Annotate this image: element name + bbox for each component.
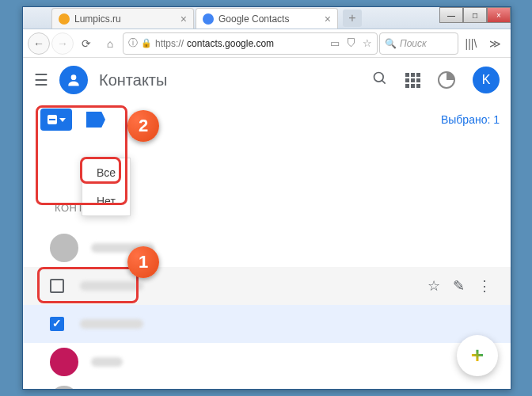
maximize-button[interactable]: □	[463, 7, 487, 23]
lock-icon: 🔒	[141, 38, 152, 48]
add-contact-fab[interactable]: +	[457, 335, 498, 376]
tab-icon	[203, 13, 214, 25]
edit-icon[interactable]: ✎	[453, 277, 465, 295]
contact-row[interactable]: ☆ ✎ ⋮	[23, 267, 511, 305]
contact-name	[80, 319, 143, 329]
app-header: ☰ Контакты K	[23, 58, 511, 102]
contact-avatar	[50, 234, 78, 262]
reload-button[interactable]: ⟳	[75, 32, 97, 55]
account-avatar[interactable]: K	[473, 67, 500, 93]
svg-point-0	[71, 74, 77, 80]
notifications-button[interactable]	[438, 71, 455, 89]
contacts-logo	[59, 66, 88, 94]
header-actions: K	[372, 67, 500, 93]
url-scheme: https://	[155, 38, 184, 49]
svg-line-2	[382, 80, 386, 83]
select-all-button[interactable]	[40, 109, 72, 131]
search-placeholder: Поиск	[400, 38, 427, 49]
close-icon[interactable]: ×	[180, 13, 187, 25]
more-icon[interactable]: ⋮	[477, 277, 492, 295]
label-button[interactable]	[86, 112, 105, 128]
tab-title: Google Contacts	[218, 13, 289, 25]
minimize-button[interactable]: —	[439, 7, 463, 23]
overflow-button[interactable]: ≫	[484, 32, 506, 55]
plus-icon: +	[471, 343, 484, 368]
back-button[interactable]: ←	[28, 32, 50, 55]
chevron-down-icon	[59, 118, 66, 122]
select-dropdown: Все Нет	[82, 158, 131, 216]
tab-icon	[59, 13, 70, 25]
contact-checkbox[interactable]	[50, 279, 64, 293]
tab-title: Lumpics.ru	[74, 13, 121, 25]
tab-google-contacts[interactable]: Google Contacts ×	[196, 8, 338, 29]
navbar: ← → ⟳ ⌂ ⓘ 🔒 https://contacts.google.com …	[23, 29, 511, 58]
contact-row[interactable]	[23, 343, 511, 381]
titlebar: Lumpics.ru × Google Contacts × + — □ ×	[23, 7, 511, 29]
info-icon[interactable]: ⓘ	[128, 36, 138, 50]
back-icon: ←	[33, 37, 44, 50]
url-bar[interactable]: ⓘ 🔒 https://contacts.google.com ▭ ⛉ ☆	[123, 32, 378, 55]
contact-row[interactable]	[23, 381, 511, 389]
selection-toolbar: Выбрано: 1	[23, 102, 511, 137]
search-button[interactable]	[372, 70, 388, 90]
window-controls: — □ ×	[439, 7, 511, 23]
dropdown-item-none[interactable]: Нет	[82, 187, 130, 215]
contact-avatar	[50, 386, 78, 389]
contact-checkbox[interactable]	[50, 317, 64, 331]
contact-name	[91, 357, 123, 367]
search-icon: 🔍	[385, 38, 397, 49]
contact-row[interactable]	[23, 229, 511, 267]
contact-name	[91, 243, 154, 253]
contact-row[interactable]	[23, 305, 511, 343]
shield-icon[interactable]: ⛉	[346, 37, 356, 49]
app-title: Контакты	[99, 71, 167, 89]
forward-button[interactable]: →	[51, 32, 74, 55]
more-icon: ≫	[489, 37, 501, 50]
close-button[interactable]: ×	[487, 7, 511, 23]
svg-point-1	[374, 72, 384, 82]
contact-avatar	[50, 348, 78, 376]
page-content: ☰ Контакты K Выбрано: 1 КОНТ	[23, 58, 511, 389]
library-icon: |||\	[466, 37, 477, 50]
search-box[interactable]: 🔍 Поиск	[379, 32, 458, 55]
apps-button[interactable]	[405, 73, 420, 88]
indeterminate-icon	[48, 115, 57, 124]
reload-icon: ⟳	[82, 37, 91, 50]
forward-icon: →	[57, 37, 68, 50]
url-actions: ▭ ⛉ ☆	[330, 37, 372, 49]
url-host: contacts.google.com	[187, 38, 274, 49]
selected-count: Выбрано: 1	[441, 113, 500, 126]
close-icon[interactable]: ×	[325, 13, 331, 25]
tab-lumpics[interactable]: Lumpics.ru ×	[51, 8, 194, 29]
library-button[interactable]: |||\	[460, 32, 482, 55]
home-icon: ⌂	[107, 37, 113, 50]
contact-name	[80, 281, 143, 291]
browser-window: Lumpics.ru × Google Contacts × + — □ × ←…	[22, 6, 511, 390]
row-actions: ☆ ✎ ⋮	[428, 277, 492, 295]
star-icon[interactable]: ☆	[428, 277, 440, 295]
menu-button[interactable]: ☰	[34, 70, 48, 89]
bookmark-icon[interactable]: ☆	[363, 37, 372, 49]
dropdown-item-all[interactable]: Все	[82, 158, 130, 187]
reader-icon[interactable]: ▭	[330, 37, 340, 49]
home-button[interactable]: ⌂	[99, 32, 121, 55]
new-tab-button[interactable]: +	[343, 10, 362, 27]
